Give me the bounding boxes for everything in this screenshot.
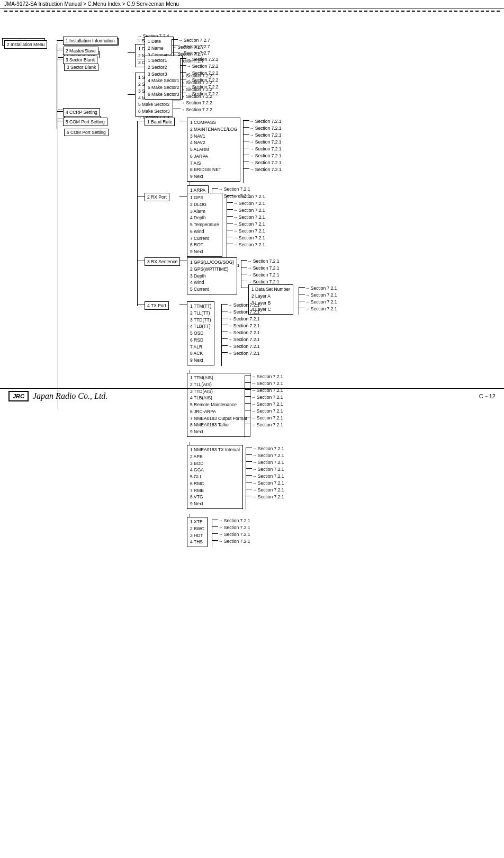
ht3-6 xyxy=(246,482,252,482)
hline-rxsen-sub xyxy=(179,261,187,261)
hb8 xyxy=(243,168,249,169)
tx-gga: 4 GGA xyxy=(190,467,240,473)
h-sec-1 xyxy=(180,58,186,59)
sec-727-2-label: → Section 7.2.7 xyxy=(178,43,210,50)
sec-tx3: → Section 7.2.1 xyxy=(228,316,259,322)
ht2-2 xyxy=(245,382,251,383)
make-sector1: 4 Make Sector1 xyxy=(148,77,179,84)
sec-727-3-label: → Section 7.2.7 xyxy=(178,50,210,56)
sec-722-2-l: → Section 7.2.2 xyxy=(186,63,218,69)
l3-rxsen-box: 3 RX Sentence xyxy=(145,257,180,266)
rx-alarm: 3 Alarm xyxy=(190,208,219,215)
cur-dsn: 1 Data Set Number xyxy=(251,286,290,293)
rx-depth: 4 Depth xyxy=(190,215,219,221)
sec-tx4: → Section 7.2.1 xyxy=(228,323,259,329)
vline-l1 xyxy=(57,44,57,129)
sec-p3-7: → Section 7.2.1 xyxy=(252,487,284,493)
ht3-3 xyxy=(246,461,252,462)
hrs3 xyxy=(241,274,247,274)
hline-l2-2 xyxy=(57,50,63,50)
vline-comport xyxy=(137,121,138,306)
b-next: 9 Next xyxy=(190,173,237,180)
sec-rxs1: → Section 7.2.1 xyxy=(247,258,279,264)
page-number: C－12 xyxy=(479,392,496,400)
tx-port-box: 4 TX Port xyxy=(145,301,169,310)
sec-p4-2: → Section 7.2.1 xyxy=(218,524,250,531)
hline-sec-727-1 xyxy=(172,39,178,40)
hline-baud xyxy=(137,121,145,121)
rxs-current: 5 Current xyxy=(190,286,234,293)
h-sec-3 xyxy=(180,72,186,73)
rx-temp: 5 Temperature xyxy=(190,221,219,228)
ht3-5 xyxy=(246,475,252,476)
sector2: 2 Sector2 xyxy=(148,64,179,71)
tx-ths: 4 THS xyxy=(190,539,204,546)
hline-tx-sub xyxy=(179,305,187,305)
page-wrapper: JMA-9172-SA Instruction Manual > C.Menu … xyxy=(0,0,504,409)
vline-tx1 xyxy=(221,304,222,366)
name-item: 2 Name xyxy=(148,45,170,52)
h-sec-6 xyxy=(180,93,186,93)
sec-item-6: 6 Make Sector3 xyxy=(138,108,170,115)
sec-cur1: → Section 7.2.1 xyxy=(305,285,337,291)
b-compass: 1 COMPASS xyxy=(190,119,237,126)
l2-sector: 3 Sector Blank xyxy=(63,56,97,64)
b-nav2: 4 NAV2 xyxy=(190,139,237,146)
footer: JRC Japan Radio Co., Ltd. C－12 xyxy=(0,388,504,404)
sec-b1: → Section 7.2.1 xyxy=(249,118,281,124)
tx-sub-menu2: 1 TTM(AIS) 2 TLL(AIS) 3 TTD(AIS) 4 TLB(A… xyxy=(187,373,250,437)
sec-rx7: → Section 7.2.1 xyxy=(233,235,265,241)
ht3-4 xyxy=(246,468,252,469)
tx-bod: 3 BOD xyxy=(190,460,240,467)
tx-hdt: 3 HDT xyxy=(190,532,204,539)
sec-tx8: → Section 7.2.1 xyxy=(228,350,259,356)
sec-rxs3: → Section 7.2.1 xyxy=(247,272,279,278)
hline-sec-727-3 xyxy=(172,52,178,52)
tx-bwc: 2 BWC xyxy=(190,525,204,532)
ht4-4 xyxy=(212,540,218,541)
hrs1 xyxy=(241,260,247,261)
l2-sector-box: 3 Sector Blank xyxy=(63,56,97,64)
cur-la: 2 Layer A xyxy=(251,293,290,300)
sec-727-1-label: → Section 7.2.7 xyxy=(178,37,210,43)
sec-p3-5: → Section 7.2.1 xyxy=(252,473,284,479)
ht4-2 xyxy=(212,526,218,527)
hline-l2-1 xyxy=(57,40,63,41)
rx-sub-menu: 1 GPS 2 DLOG 3 Alarm 4 Depth 5 Temperatu… xyxy=(187,193,222,257)
make-sector2: 5 Make Sector2 xyxy=(148,84,179,91)
vline-tx3 xyxy=(246,448,246,510)
tx-sub-menu3: 1 NMEA0183 TX Interval 2 APB 3 BOD 4 GGA… xyxy=(187,445,243,509)
tx-alr: 7 ALR xyxy=(190,344,211,351)
h-sec-5 xyxy=(180,86,186,86)
sec-b4: → Section 7.2.1 xyxy=(249,139,281,145)
sec-tx7: → Section 7.2.1 xyxy=(228,343,259,350)
sector-menu2: 1 Sector1 2 Sector2 3 Sector3 4 Make Sec… xyxy=(145,56,183,100)
rxs-gps-wpt: 2 GPS(WPT/TIME) xyxy=(190,266,234,273)
rx-port-box: 2 RX Port xyxy=(145,193,169,201)
tx-sub-menu4: 1 XTE 2 BWC 3 HDT 4 THS xyxy=(187,517,208,547)
tx-next3: 9 Next xyxy=(190,501,240,507)
baud-sub-menu: 1 COMPASS 2 MAINTENANCE/LOG 3 NAV1 4 NAV… xyxy=(187,118,240,182)
sec-722-5: → Section 7.2.2 xyxy=(181,100,212,106)
sec-722-3-l: → Section 7.2.2 xyxy=(186,70,218,76)
tx-ttd-tt: 3 TTD(TT) xyxy=(190,317,211,324)
tx-nmea-tlk: 8 NMEA0183 Talker xyxy=(190,422,247,428)
l3-tx-box: 4 TX Port xyxy=(145,301,169,310)
l2-comport: 5 COM Port Setting xyxy=(63,118,107,126)
tx-ttm-tt: 1 TTM(TT) xyxy=(190,303,211,310)
htx1 xyxy=(221,304,228,305)
h-sec-2 xyxy=(180,65,186,66)
hr1 xyxy=(227,195,233,196)
l2-ccrp-box: 4 CCRP Setting xyxy=(63,108,100,117)
rx-rot: 8 ROT xyxy=(190,242,219,248)
sec-arpa: → Section 7.2.1 xyxy=(218,186,250,192)
hb7 xyxy=(243,162,249,162)
rx-wind: 6 Wind xyxy=(190,228,219,235)
rx-dlog: 2 DLOG xyxy=(190,201,219,208)
tx-page4: 1 XTE 2 BWC 3 HDT 4 THS xyxy=(187,517,208,547)
rx-next: 9 Next xyxy=(190,248,219,255)
tx-page3: 1 NMEA0183 TX Interval 2 APB 3 BOD 4 GGA… xyxy=(187,445,243,509)
htx7 xyxy=(221,345,228,346)
sec-b7: → Section 7.2.1 xyxy=(249,159,281,166)
hcur4 xyxy=(299,308,305,308)
